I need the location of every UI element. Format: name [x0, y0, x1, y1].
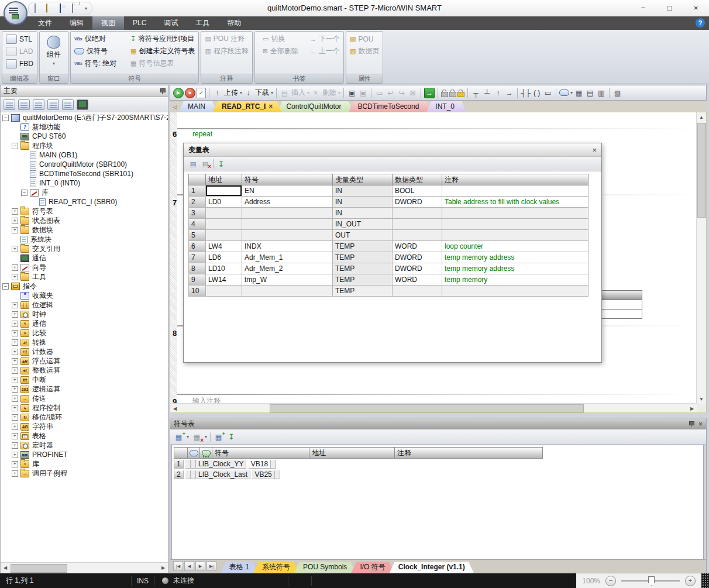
- variable-row[interactable]: 6 LW4 INDX TEMP WORD loop counter: [188, 241, 588, 252]
- tree-item[interactable]: ≡ 库: [1, 459, 168, 469]
- delete-icon[interactable]: ×: [311, 88, 321, 98]
- comment-cell[interactable]: temp memory address: [442, 252, 588, 263]
- tab-scroll-left-icon[interactable]: ◁: [171, 102, 179, 112]
- menu-tab[interactable]: 帮助: [218, 16, 250, 30]
- unlock-icon[interactable]: [449, 92, 456, 97]
- absolute-only-button[interactable]: VBx仅绝对: [73, 33, 126, 45]
- tree-expander-icon[interactable]: [12, 208, 18, 215]
- variable-row[interactable]: 3 IN: [188, 208, 588, 219]
- data-type-cell[interactable]: DWORD: [393, 197, 442, 208]
- var-type-cell[interactable]: TEMP: [333, 263, 393, 274]
- line-up-branch-icon[interactable]: ┴: [482, 88, 492, 98]
- scroll-down-icon[interactable]: ▼: [697, 394, 706, 404]
- tree-item[interactable]: 数据块: [1, 225, 168, 235]
- tree-item[interactable]: → 传送: [1, 394, 168, 403]
- symbol-flag-cell[interactable]: [191, 470, 196, 479]
- variable-row[interactable]: 5 OUT: [188, 230, 588, 241]
- data-type-cell[interactable]: [393, 286, 442, 297]
- tree-item[interactable]: 程序块: [1, 141, 168, 150]
- var-type-cell[interactable]: IN: [333, 197, 393, 208]
- clear-screen-icon[interactable]: ⊠: [408, 88, 418, 98]
- tree-item[interactable]: 时钟: [1, 310, 168, 319]
- first-tab-icon[interactable]: |◀: [173, 561, 183, 571]
- data-type-cell[interactable]: [393, 219, 442, 230]
- delete-dropdown-icon[interactable]: ▾: [338, 90, 340, 95]
- symbolic-only-button[interactable]: 仅符号: [73, 45, 126, 57]
- tree-expander-icon[interactable]: [12, 227, 18, 233]
- open-subroutine-icon[interactable]: ▣: [347, 88, 357, 98]
- tree-item[interactable]: ┤├ 位逻辑: [1, 300, 168, 310]
- tree-expander-icon[interactable]: [12, 330, 18, 336]
- maximize-button[interactable]: □: [656, 0, 683, 16]
- pou-properties-button[interactable]: ▧POU: [348, 33, 381, 45]
- tree-expander-icon[interactable]: [12, 302, 18, 308]
- network-comment-button[interactable]: ▥程序段注释: [203, 45, 250, 57]
- menu-tab[interactable]: 调试: [155, 16, 187, 30]
- tree-expander-icon[interactable]: [12, 218, 18, 224]
- var-type-cell[interactable]: TEMP: [333, 241, 393, 252]
- symbol-cell[interactable]: LIB_Clock_Last: [196, 470, 250, 479]
- variable-row[interactable]: 7 LD6 Adr_Mem_1 TEMP DWORD temp memory a…: [188, 252, 588, 263]
- pou-tab[interactable]: INT_0: [426, 101, 466, 112]
- tree-item[interactable]: ↳ 程序控制: [1, 403, 168, 412]
- symbol-cell[interactable]: [242, 219, 333, 230]
- tree-item[interactable]: * 收藏夹: [1, 291, 168, 300]
- address-cell[interactable]: LW4: [206, 241, 242, 252]
- close-tab-icon[interactable]: ×: [269, 101, 273, 112]
- tree-expander-icon[interactable]: [12, 424, 18, 430]
- network-comment-toggle-icon[interactable]: ▥: [596, 88, 606, 98]
- comment-cell[interactable]: [442, 286, 588, 297]
- row-number[interactable]: 5: [188, 230, 206, 241]
- tree-item[interactable]: → 调用子例程: [1, 469, 168, 478]
- tree-expander-icon[interactable]: [12, 396, 18, 402]
- tree-item[interactable]: READ_RTC_I (SBR0): [1, 197, 168, 207]
- insert-icon[interactable]: ▤: [280, 88, 290, 98]
- tree-expander-icon[interactable]: [12, 274, 18, 280]
- comment-cell[interactable]: [275, 470, 280, 479]
- stl-button[interactable]: STL: [4, 33, 35, 45]
- address-cell[interactable]: LD10: [206, 263, 242, 274]
- data-type-cell[interactable]: [393, 208, 442, 219]
- symbol-table-view-icon[interactable]: [4, 99, 15, 110]
- tree-item[interactable]: PROFINET: [1, 450, 168, 459]
- insert-row-icon[interactable]: ▤: [188, 160, 198, 169]
- symbol-cell[interactable]: [242, 286, 333, 297]
- stop-icon[interactable]: ■: [185, 88, 195, 98]
- lock-icon[interactable]: [441, 92, 448, 97]
- symbol-cell[interactable]: INDX: [242, 241, 333, 252]
- tree-item[interactable]: +1 计数器: [1, 347, 168, 356]
- line-up-icon[interactable]: ↑: [493, 88, 503, 98]
- symbol-table-tab[interactable]: POU Symbols: [294, 562, 356, 573]
- properties-icon[interactable]: ▧: [612, 88, 622, 98]
- upload-label[interactable]: 上传: [224, 88, 238, 98]
- tree-expander-icon[interactable]: [12, 442, 18, 449]
- ladder-editor-canvas[interactable]: 6 repeat 7 8 9 输入注释 变量表 × ▤ ▤ ↧: [170, 112, 707, 413]
- row-number[interactable]: 9: [188, 274, 206, 286]
- upload-dropdown-icon[interactable]: ▾: [240, 90, 242, 95]
- row-number[interactable]: 1: [174, 460, 184, 469]
- symbol-table-tab[interactable]: Clock_Integer (v1.1): [390, 562, 474, 573]
- redo-icon[interactable]: ↪: [397, 88, 407, 98]
- app-logo-icon[interactable]: [4, 1, 27, 25]
- apply-symbols-icon[interactable]: ↧: [226, 432, 236, 442]
- next-tab-icon[interactable]: ▶: [195, 561, 205, 571]
- data-type-cell[interactable]: DWORD: [393, 252, 442, 263]
- row-number[interactable]: 10: [188, 286, 206, 297]
- menu-tab[interactable]: PLC: [124, 16, 155, 30]
- tree-item[interactable]: quiltMotorDemo (E:\西门子S7-200SMART\S7-200: [1, 113, 168, 122]
- symbol-cell[interactable]: EN: [242, 185, 333, 197]
- tree-item[interactable]: ttt 中断: [1, 375, 168, 384]
- scrollbar-thumb[interactable]: [697, 123, 706, 218]
- help-icon[interactable]: ?: [696, 18, 705, 27]
- tree-expander-icon[interactable]: [21, 190, 27, 196]
- row-number[interactable]: 4: [188, 219, 206, 230]
- symbol-info-table-button[interactable]: ▦符号信息表: [129, 57, 197, 70]
- tree-item[interactable]: AB 字符串: [1, 422, 168, 431]
- pou-tab[interactable]: BCDTimeToSecond: [349, 101, 431, 112]
- pou-jump-icon[interactable]: →: [424, 88, 435, 98]
- component-button[interactable]: 组件 ▾: [42, 33, 66, 69]
- scroll-right-icon[interactable]: ▶: [159, 563, 168, 572]
- scroll-up-icon[interactable]: ▲: [697, 112, 706, 122]
- row-number[interactable]: 1: [188, 185, 206, 197]
- comment-cell[interactable]: temp memory: [442, 274, 588, 286]
